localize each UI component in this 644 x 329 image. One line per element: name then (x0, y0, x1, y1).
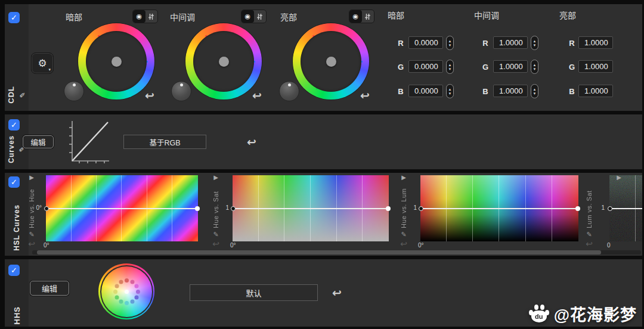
wheel-mode-button[interactable]: ◉ (349, 10, 362, 23)
curve-line[interactable] (46, 208, 198, 209)
gear-icon: ⚙ (38, 58, 47, 69)
midtones-b-input[interactable] (493, 85, 528, 97)
hhs-enable-checkbox[interactable]: ✓ (8, 265, 20, 276)
shadows-b-input[interactable] (408, 85, 443, 97)
sliders-icon (364, 13, 371, 20)
channel-label-g: G (567, 63, 577, 72)
cdl-section: ✓ CDL ✎ ⚙ ▾ 暗部 ◉ ↩ 中间调 ◉ ↩ (5, 4, 642, 111)
hhs-color-wheel[interactable] (98, 263, 154, 319)
wheel-mode-button[interactable]: ◉ (242, 10, 254, 23)
check-icon: ✓ (11, 120, 17, 129)
reset-icon[interactable]: ↩ (586, 240, 593, 248)
shadows-g-stepper[interactable]: ▲▼ (446, 60, 454, 74)
check-icon: ✓ (11, 13, 17, 22)
midtones-reset-icon[interactable]: ↩ (250, 88, 264, 103)
dropdown-caret-icon: ▾ (48, 67, 51, 72)
midtones-wheel-title: 中间调 (170, 11, 195, 23)
hue-vs-lum-x-label: 0° (418, 242, 424, 249)
shadows-reset-icon[interactable]: ↩ (143, 88, 157, 103)
hsl-curves-section: ✓ HSL Curves ▶ Hue vs. Hue ✎ ↩ 0° 0° ▶ H… (5, 173, 642, 256)
highlights-g-input[interactable] (578, 60, 613, 73)
channel-label-b: B (481, 87, 490, 96)
lum-vs-sat-x-label: 0 (607, 242, 611, 249)
reset-icon[interactable]: ↩ (28, 240, 35, 248)
shadows-r-input[interactable] (408, 36, 443, 49)
hue-vs-sat-curve-panel[interactable] (233, 175, 389, 241)
hue-vs-lum-curve-panel[interactable] (420, 175, 578, 241)
shadows-wheel-title: 暗部 (66, 11, 82, 23)
hue-vs-hue-curve-panel[interactable] (46, 175, 198, 241)
wheel-mode-icon: ◉ (244, 13, 250, 20)
pen-icon[interactable]: ✎ (29, 231, 34, 238)
lum-vs-sat-curve-panel[interactable] (609, 175, 642, 241)
shadows-g-input[interactable] (408, 60, 443, 73)
slider-mode-button[interactable] (254, 10, 267, 23)
hhs-reset-icon[interactable]: ↩ (330, 285, 344, 300)
hhs-edit-button[interactable]: 编辑 (30, 281, 69, 296)
wheel-center-handle[interactable] (219, 57, 229, 67)
hue-vs-sat-value-label: 1 (217, 204, 229, 211)
highlights-b-input[interactable] (578, 85, 613, 97)
wheel-center-handle[interactable] (326, 57, 336, 67)
shadows-mode-toggle[interactable]: ◉ (132, 10, 158, 23)
lum-vs-sat-controls: ▶ Lum vs. Sat ✎ ↩ (581, 174, 597, 248)
highlights-reset-icon[interactable]: ↩ (358, 88, 372, 103)
lum-vs-sat-label: Lum vs. Sat (586, 185, 593, 228)
midtones-luma-knob[interactable] (171, 81, 191, 101)
cdl-rail: ✓ CDL ✎ (5, 4, 29, 111)
pen-icon[interactable]: ✎ (401, 231, 406, 238)
hhs-wheel-dots (125, 290, 129, 294)
highlights-values-header: 亮部 (559, 9, 576, 21)
expand-triangle-icon[interactable]: ▶ (213, 174, 218, 182)
curve-line[interactable] (420, 208, 578, 209)
watermark: du @花海影梦 (528, 302, 637, 325)
curves-edit-button[interactable]: 编辑 (23, 135, 54, 148)
channel-label-r: R (396, 39, 405, 48)
cdl-enable-checkbox[interactable]: ✓ (8, 12, 20, 23)
hsl-enable-checkbox[interactable]: ✓ (8, 176, 20, 188)
expand-triangle-icon[interactable]: ▶ (29, 174, 34, 182)
highlights-mode-toggle[interactable]: ◉ (349, 10, 374, 23)
expand-triangle-icon[interactable]: ▶ (617, 174, 621, 182)
scrollbar-thumb[interactable] (37, 250, 601, 254)
channel-label-b: B (396, 87, 405, 96)
reset-icon[interactable]: ↩ (212, 240, 219, 248)
midtones-g-input[interactable] (493, 60, 528, 73)
sliders-icon (256, 13, 263, 20)
pen-icon: ✎ (18, 91, 27, 99)
midtones-r-input[interactable] (493, 36, 528, 49)
hue-vs-hue-value-label: 0° (30, 204, 42, 211)
cdl-settings-button[interactable]: ⚙ ▾ (31, 52, 54, 74)
shadows-b-stepper[interactable]: ▲▼ (446, 84, 454, 98)
midtones-r-stepper[interactable]: ▲▼ (531, 36, 538, 50)
pen-icon[interactable]: ✎ (213, 231, 218, 238)
midtones-b-stepper[interactable]: ▲▼ (531, 84, 538, 98)
curve-line[interactable] (233, 208, 389, 209)
wheel-center-handle[interactable] (112, 57, 122, 67)
wheel-mode-icon: ◉ (136, 13, 142, 20)
curve-line[interactable] (609, 208, 642, 209)
midtones-mode-toggle[interactable]: ◉ (241, 10, 267, 23)
slider-mode-button[interactable] (362, 10, 374, 23)
sliders-icon (148, 13, 154, 20)
hhs-default-button[interactable]: 默认 (190, 284, 318, 301)
midtones-g-stepper[interactable]: ▲▼ (531, 60, 538, 74)
midtones-values-header: 中间调 (474, 9, 499, 21)
shadows-luma-knob[interactable] (64, 81, 84, 101)
curves-reset-icon[interactable]: ↩ (244, 135, 259, 149)
shadows-r-stepper[interactable]: ▲▼ (446, 36, 454, 50)
baidu-paw-icon: du (528, 304, 550, 324)
pen-icon[interactable]: ✎ (586, 231, 592, 238)
highlights-r-input[interactable] (578, 36, 613, 49)
highlights-luma-knob[interactable] (279, 81, 299, 101)
hhs-section-label: HHS (13, 306, 21, 324)
hue-vs-hue-x-label: 0° (44, 242, 49, 249)
slider-mode-button[interactable] (145, 10, 158, 23)
hsl-horizontal-scrollbar[interactable] (32, 250, 641, 254)
curves-section: ✓ Curves ✎ 编辑 基于RGB ↩ (5, 114, 642, 169)
curves-enable-checkbox[interactable]: ✓ (8, 119, 20, 131)
expand-triangle-icon[interactable]: ▶ (401, 174, 406, 182)
curves-mode-button[interactable]: 基于RGB (123, 135, 206, 149)
reset-icon[interactable]: ↩ (400, 240, 407, 248)
channel-label-r: R (481, 39, 490, 48)
